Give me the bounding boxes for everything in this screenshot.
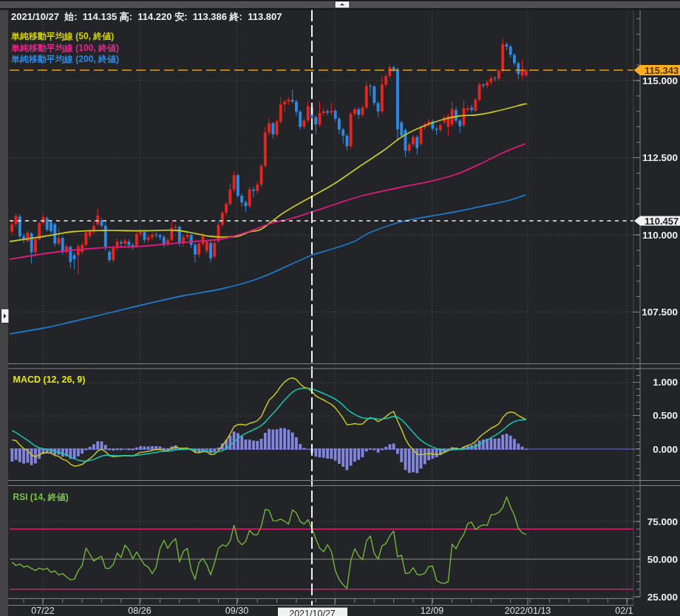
svg-text:RSI (14, 終値): RSI (14, 終値) — [13, 492, 69, 502]
svg-text:12/09: 12/09 — [421, 606, 443, 616]
svg-text:50.000: 50.000 — [647, 554, 678, 565]
svg-text:112.500: 112.500 — [642, 152, 678, 163]
svg-text:107.500: 107.500 — [642, 307, 678, 318]
svg-text:02/17: 02/17 — [615, 606, 638, 616]
svg-text:単純移動平均線 (50, 終値): 単純移動平均線 (50, 終値) — [10, 31, 114, 41]
svg-text:単純移動平均線 (100, 終値): 単純移動平均線 (100, 終値) — [10, 43, 119, 53]
svg-text:単純移動平均線 (200, 終値): 単純移動平均線 (200, 終値) — [10, 54, 119, 64]
svg-text:0.500: 0.500 — [653, 410, 678, 421]
svg-text:75.000: 75.000 — [647, 516, 678, 527]
svg-text:1.000: 1.000 — [653, 377, 678, 388]
svg-text:2021/10/27 始: 114.135 高: 11: 2021/10/27 始: 114.135 高: 114.220 安: 113.… — [11, 11, 282, 22]
svg-text:115.000: 115.000 — [642, 75, 678, 86]
svg-text:115.343: 115.343 — [645, 65, 679, 76]
svg-text:25.000: 25.000 — [647, 592, 678, 603]
svg-text:09/30: 09/30 — [225, 606, 248, 616]
svg-text:08/26: 08/26 — [128, 606, 151, 616]
svg-text:2021/10/27: 2021/10/27 — [289, 609, 336, 616]
svg-text:2022/01/13: 2022/01/13 — [505, 606, 551, 616]
svg-text:07/22: 07/22 — [31, 606, 54, 616]
svg-text:110.000: 110.000 — [642, 230, 678, 241]
svg-text:MACD (12, 26, 9): MACD (12, 26, 9) — [13, 374, 86, 385]
svg-text:0.000: 0.000 — [653, 444, 678, 455]
svg-text:110.457: 110.457 — [645, 216, 679, 227]
